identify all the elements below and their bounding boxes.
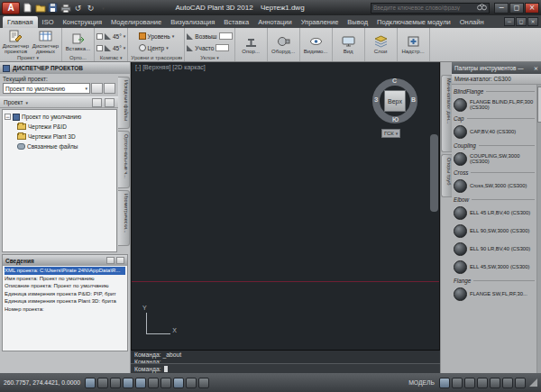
detail-line[interactable]: Единица измерения проекта Plant 3D: брит… bbox=[5, 297, 125, 305]
chevron-down-icon[interactable]: ▾ bbox=[124, 45, 126, 50]
fullscreen-button[interactable] bbox=[529, 378, 537, 387]
tab-insert[interactable]: Вставка bbox=[219, 16, 253, 28]
palette-tool[interactable]: ELL 45,SW,3000 (CS300) bbox=[454, 259, 535, 275]
detail-line[interactable]: XML проекта: C:\Users\Pirate 24N\AppData… bbox=[5, 267, 125, 275]
search-files-button[interactable] bbox=[92, 98, 102, 107]
layout-button[interactable] bbox=[452, 378, 463, 388]
data-manager-button[interactable]: Диспетчер данных bbox=[32, 30, 60, 55]
tree-item-related-files[interactable]: Связанные файлы bbox=[5, 141, 115, 151]
maximize-button[interactable]: ◻ bbox=[509, 3, 524, 14]
center-dropdown[interactable]: Центр ▾ bbox=[139, 43, 175, 53]
coordinates-readout[interactable]: 260.7757, 274.4421, 0.0000 bbox=[4, 379, 80, 386]
qat-dropdown-icon[interactable]: ▾ bbox=[97, 2, 109, 14]
project-refresh-button[interactable] bbox=[91, 83, 103, 94]
run-input[interactable] bbox=[215, 44, 229, 51]
details-refresh-icon[interactable] bbox=[106, 257, 115, 264]
project-manager-titlebar[interactable]: ДИСПЕТЧЕР ПРОЕКТОВ bbox=[0, 62, 130, 74]
palette-tool[interactable]: CAP,BV,40 (CS300) bbox=[454, 123, 535, 140]
tree-expander-icon[interactable]: − bbox=[5, 114, 11, 120]
chevron-down-icon[interactable]: ▾ bbox=[124, 33, 126, 39]
tree-item-project-root[interactable]: − Проект по умолчанию bbox=[5, 112, 115, 122]
tab-visualization[interactable]: Визуализация bbox=[166, 16, 219, 28]
chevron-down-icon[interactable]: ▾ bbox=[25, 100, 28, 105]
section-name[interactable]: BlindFlange bbox=[454, 88, 483, 95]
save-icon[interactable] bbox=[47, 2, 59, 14]
quick-properties-button[interactable] bbox=[198, 378, 209, 388]
panel-label-levels[interactable]: Уровни и трассировка bbox=[130, 55, 182, 61]
tab-iso[interactable]: ISO bbox=[38, 16, 59, 28]
doc-close-button[interactable]: × bbox=[527, 17, 538, 26]
snap-button[interactable] bbox=[85, 378, 96, 388]
supports-button[interactable]: Опор... bbox=[237, 35, 265, 55]
tab-annotate[interactable]: Аннотации bbox=[253, 16, 297, 28]
palette-tool[interactable]: FLANGE SW,FL,RF,30... bbox=[454, 286, 535, 302]
tab-structure[interactable]: Конструкция bbox=[58, 16, 106, 28]
palette-tool[interactable]: ELL 90 LR,BV,40 (CS300) bbox=[454, 241, 535, 257]
layers-button[interactable]: Слои bbox=[367, 35, 395, 55]
insert-ortho-view-button[interactable]: Вставка... bbox=[64, 32, 92, 52]
section-name[interactable]: Flange bbox=[454, 278, 471, 284]
checkbox-icon[interactable] bbox=[96, 33, 103, 40]
panel-label-compass[interactable]: Компас ▾ bbox=[96, 55, 125, 61]
compass-east-label[interactable]: В bbox=[411, 96, 416, 103]
doc-minimize-button[interactable]: − bbox=[504, 17, 515, 26]
section-name[interactable]: Cap bbox=[454, 115, 464, 122]
section-name[interactable]: Elbow bbox=[454, 196, 469, 203]
elevation-input[interactable] bbox=[219, 32, 233, 40]
palette-tool[interactable]: ELL 45 LR,BV,40 (CS300) bbox=[454, 205, 535, 221]
quick-view-drawings-button[interactable] bbox=[477, 378, 488, 388]
search-input[interactable] bbox=[373, 5, 475, 11]
panel-label-slope[interactable]: Уклон ▾ bbox=[187, 55, 232, 61]
viewcube-top-face[interactable]: Верх bbox=[384, 90, 406, 112]
annotation-scale-button[interactable] bbox=[490, 378, 500, 388]
tool-palettes-titlebar[interactable]: Палитры инструментов — × bbox=[452, 62, 541, 74]
lineweight-button[interactable] bbox=[186, 378, 197, 388]
visibility-button[interactable]: Видимо... bbox=[302, 35, 330, 55]
lock-button[interactable] bbox=[515, 378, 526, 388]
tab-manage[interactable]: Управление bbox=[297, 16, 344, 28]
viewport-controls[interactable]: [-] [Верхняя] [2D каркас] bbox=[135, 64, 206, 70]
quick-view-layouts-button[interactable] bbox=[464, 378, 475, 388]
view-cube[interactable]: С З В Ю Верх ГСК▾ bbox=[369, 73, 421, 138]
project-toolbar-label[interactable]: Проект bbox=[4, 99, 23, 105]
details-list[interactable]: XML проекта: C:\Users\Pirate 24N\AppData… bbox=[3, 266, 127, 351]
compass-snap-top-row[interactable]: 45° ▾ bbox=[96, 32, 125, 41]
new-file-icon[interactable] bbox=[22, 2, 33, 14]
compass-west-label[interactable]: З bbox=[374, 96, 378, 103]
palette-tool[interactable]: COUPLING,SW,3000 (CS300) bbox=[454, 150, 535, 167]
level-dropdown[interactable]: Уровень ▾ bbox=[139, 32, 175, 41]
detail-line[interactable]: Номер проекта: bbox=[5, 305, 125, 314]
project-browse-button[interactable] bbox=[104, 83, 115, 94]
model-space-canvas[interactable]: [-] [Верхняя] [2D каркас] С З В Ю Верх Г… bbox=[131, 62, 440, 350]
palette-tool[interactable]: ELL 90,SW,3000 (CS300) bbox=[454, 223, 535, 239]
tab-pipe-supports[interactable]: Опоры труб bbox=[441, 154, 452, 197]
tab-orthographic-drawings[interactable]: Ортогональные ч... bbox=[118, 131, 130, 188]
panel-label-ortho[interactable]: Орто... bbox=[64, 55, 92, 61]
palette-scrollbar[interactable] bbox=[536, 85, 541, 373]
view-button[interactable]: Вид bbox=[335, 35, 362, 55]
tab-online[interactable]: Онлайн bbox=[455, 16, 489, 28]
minimize-button[interactable]: − bbox=[494, 3, 509, 14]
refresh-tree-button[interactable] bbox=[105, 98, 115, 107]
tab-modeling[interactable]: Моделирование bbox=[106, 16, 166, 28]
polar-tracking-button[interactable] bbox=[123, 378, 133, 388]
tab-home[interactable]: Главная bbox=[3, 16, 38, 28]
project-tree[interactable]: − Проект по умолчанию Чертежи P&ID Черте… bbox=[2, 109, 117, 252]
addins-button[interactable]: Надстр... bbox=[399, 35, 427, 55]
close-icon[interactable]: × bbox=[534, 65, 538, 71]
tab-isometric-drawings[interactable]: Изометрически... bbox=[118, 190, 130, 246]
doc-restore-button[interactable]: ◻ bbox=[516, 17, 527, 26]
checkbox-icon[interactable] bbox=[96, 45, 103, 51]
plot-icon[interactable] bbox=[60, 2, 71, 14]
tab-output[interactable]: Вывод bbox=[343, 16, 372, 28]
palette-tool[interactable]: FLANGE BLIND,FL,RF,300 (CS300) bbox=[454, 96, 535, 113]
grid-button[interactable] bbox=[97, 378, 108, 388]
tree-item-pid-drawings[interactable]: Чертежи P&ID bbox=[5, 122, 115, 132]
object-snap-button[interactable] bbox=[135, 378, 146, 388]
command-history[interactable]: Команда: _about Команда: bbox=[131, 351, 440, 364]
palette-tool[interactable]: Cross,SW,3000 (CS300) bbox=[454, 178, 535, 194]
details-copy-icon[interactable] bbox=[116, 257, 124, 264]
detail-line[interactable]: Имя проекта: Проект по умолчанию bbox=[5, 275, 125, 283]
binoculars-search-icon[interactable] bbox=[477, 3, 487, 13]
navigation-bar[interactable] bbox=[430, 134, 438, 212]
